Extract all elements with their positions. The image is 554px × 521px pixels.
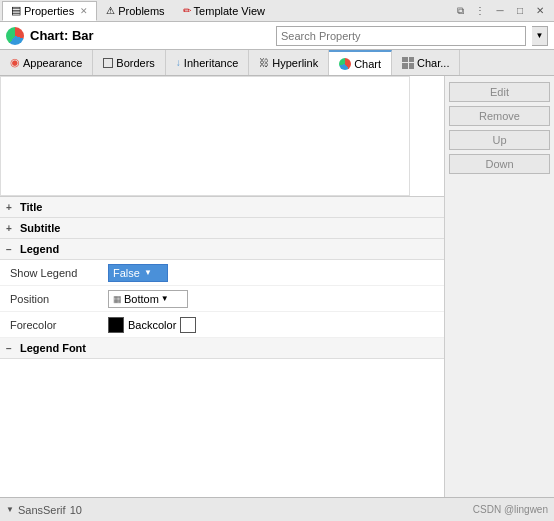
template-icon: ✏ — [183, 5, 191, 16]
title-expand-icon[interactable]: + — [6, 202, 16, 213]
chart-title: Chart: Bar — [30, 28, 270, 43]
section-legend[interactable]: − Legend — [0, 239, 444, 260]
tab-template-label: Template View — [194, 5, 265, 17]
tab-chart2-label: Char... — [417, 57, 449, 69]
hyperlink-icon: ⛓ — [259, 57, 269, 68]
chart-grid-icon — [402, 57, 414, 69]
forecolor-label: Forecolor — [10, 319, 100, 331]
restore-icon[interactable]: ⧉ — [452, 3, 468, 19]
title-bar: Chart: Bar ▼ — [0, 22, 554, 50]
section-legend-label: Legend — [20, 243, 59, 255]
position-select[interactable]: ▦ Bottom ▼ — [108, 290, 188, 308]
section-title[interactable]: + Title — [0, 197, 444, 218]
maximize-icon[interactable]: □ — [512, 3, 528, 19]
chart-bar-icon — [6, 27, 24, 45]
up-button[interactable]: Up — [449, 130, 550, 150]
main-content: + Title + Subtitle − Legend Show Legend — [0, 76, 554, 497]
search-property-input[interactable] — [276, 26, 526, 46]
prop-show-legend: Show Legend False ▼ — [0, 260, 444, 286]
status-size: 10 — [70, 504, 82, 516]
problems-icon: ⚠ — [106, 5, 115, 16]
edit-button[interactable]: Edit — [449, 82, 550, 102]
prop-forecolor: Forecolor Backcolor — [0, 312, 444, 338]
show-legend-label: Show Legend — [10, 267, 100, 279]
tab-problems-label: Problems — [118, 5, 164, 17]
status-watermark: CSDN @lingwen — [473, 504, 548, 515]
section-legend-font-label: Legend Font — [20, 342, 86, 354]
close-icon[interactable]: ✕ — [532, 3, 548, 19]
remove-button[interactable]: Remove — [449, 106, 550, 126]
borders-icon — [103, 58, 113, 68]
show-legend-value-text: False — [113, 267, 140, 279]
status-left-arrow[interactable]: ▼ — [6, 505, 14, 514]
tab-chart[interactable]: Chart — [329, 50, 392, 76]
chart-preview — [0, 76, 410, 196]
backcolor-swatch[interactable] — [180, 317, 196, 333]
tab-properties-label: Properties — [24, 5, 74, 17]
tab-template-view[interactable]: ✏ Template View — [174, 1, 274, 21]
show-legend-arrow: ▼ — [144, 268, 152, 277]
tab-borders[interactable]: Borders — [93, 50, 166, 76]
left-section: + Title + Subtitle − Legend Show Legend — [0, 76, 444, 497]
position-arrow: ▼ — [161, 294, 169, 303]
subtitle-expand-icon[interactable]: + — [6, 223, 16, 234]
properties-icon: ▤ — [11, 4, 21, 17]
inheritance-icon: ↓ — [176, 57, 181, 68]
section-legend-font[interactable]: − Legend Font — [0, 338, 444, 359]
minimize-icon[interactable]: ─ — [492, 3, 508, 19]
tab-properties[interactable]: ▤ Properties ✕ — [2, 1, 97, 21]
status-font: SansSerif — [18, 504, 66, 516]
tab-hyperlink-label: Hyperlink — [272, 57, 318, 69]
property-tabs: ◉ Appearance Borders ↓ Inheritance ⛓ Hyp… — [0, 50, 554, 76]
position-label: Position — [10, 293, 100, 305]
legend-font-expand-icon[interactable]: − — [6, 343, 16, 354]
color-values: Backcolor — [108, 317, 434, 333]
tab-chart2[interactable]: Char... — [392, 50, 460, 76]
top-tabs-bar: ▤ Properties ✕ ⚠ Problems ✏ Template Vie… — [0, 0, 554, 22]
show-legend-value: False ▼ — [108, 264, 434, 282]
tab-appearance-label: Appearance — [23, 57, 82, 69]
tab-appearance[interactable]: ◉ Appearance — [0, 50, 93, 76]
tab-hyperlink[interactable]: ⛓ Hyperlink — [249, 50, 329, 76]
status-bar: ▼ SansSerif 10 CSDN @lingwen — [0, 497, 554, 521]
appearance-icon: ◉ — [10, 56, 20, 69]
tab-properties-close[interactable]: ✕ — [80, 6, 88, 16]
section-subtitle[interactable]: + Subtitle — [0, 218, 444, 239]
tab-inheritance-label: Inheritance — [184, 57, 238, 69]
prop-position: Position ▦ Bottom ▼ — [0, 286, 444, 312]
properties-panel: + Title + Subtitle − Legend Show Legend — [0, 197, 444, 497]
right-buttons-panel: Edit Remove Up Down — [444, 76, 554, 497]
section-subtitle-label: Subtitle — [20, 222, 60, 234]
position-value-text: Bottom — [124, 293, 159, 305]
tab-borders-label: Borders — [116, 57, 155, 69]
position-icon: ▦ — [113, 294, 122, 304]
legend-expand-icon[interactable]: − — [6, 244, 16, 255]
dots-icon[interactable]: ⋮ — [472, 3, 488, 19]
tab-problems[interactable]: ⚠ Problems — [97, 1, 173, 21]
show-legend-select[interactable]: False ▼ — [108, 264, 168, 282]
position-value: ▦ Bottom ▼ — [108, 290, 434, 308]
down-button[interactable]: Down — [449, 154, 550, 174]
backcolor-label: Backcolor — [128, 319, 176, 331]
window-controls: ⧉ ⋮ ─ □ ✕ — [452, 3, 552, 19]
tab-chart-label: Chart — [354, 58, 381, 70]
section-title-label: Title — [20, 201, 42, 213]
tab-inheritance[interactable]: ↓ Inheritance — [166, 50, 249, 76]
search-dropdown-arrow[interactable]: ▼ — [532, 26, 548, 46]
forecolor-swatch[interactable] — [108, 317, 124, 333]
chart-pie-icon — [339, 58, 351, 70]
